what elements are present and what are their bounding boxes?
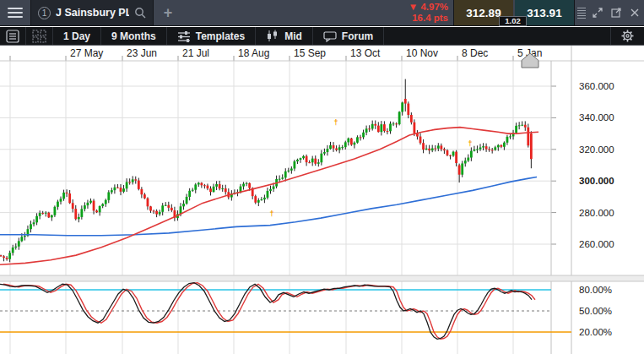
candle-down	[47, 213, 50, 218]
chart-settings-button[interactable]	[610, 27, 644, 45]
candle-down	[153, 210, 155, 211]
candle-down	[225, 188, 227, 192]
panel-splitter[interactable]	[0, 275, 644, 281]
candle-up	[509, 136, 511, 137]
forum-button[interactable]: Forum	[313, 27, 384, 45]
candle-down	[41, 213, 44, 214]
change-points: 16.4 pts	[412, 13, 448, 24]
top-bar: 1 J Sainsbury PLC + ▼ 4.97% 16.4 pts 312…	[0, 0, 644, 26]
candle-down	[167, 205, 170, 208]
candle-up	[479, 147, 482, 149]
candle-down	[414, 123, 416, 133]
candle-up	[506, 137, 509, 143]
close-button[interactable]	[625, 0, 644, 25]
candle-up	[101, 204, 104, 206]
candle-down	[314, 159, 317, 164]
candle-up	[18, 241, 20, 246]
candle-up	[89, 201, 92, 203]
chart-area: 27 May23 Jun21 Jul18 Aug15 Sep13 Oct10 N…	[0, 46, 644, 354]
candle-up	[60, 199, 62, 201]
date-axis-label: 18 Aug	[238, 47, 269, 59]
candle-up	[474, 150, 476, 151]
candle-down	[333, 145, 335, 149]
chart-background	[0, 46, 644, 354]
candle-up	[165, 205, 167, 206]
candle-down	[434, 149, 436, 150]
candle-down	[155, 211, 158, 215]
expand-icon	[592, 7, 603, 19]
candle-up	[281, 177, 284, 178]
date-axis-label: 13 Oct	[350, 47, 381, 59]
candle-up	[296, 160, 299, 161]
layout-grid-button[interactable]	[26, 27, 53, 45]
candle-down	[138, 181, 140, 189]
candle-up	[194, 184, 197, 189]
candle-down	[404, 99, 407, 104]
candle-down	[455, 152, 457, 163]
dividend-marker-icon: †	[468, 139, 472, 148]
chart-style-mid-button[interactable]: Mid	[256, 27, 313, 45]
candle-up	[467, 158, 469, 161]
candle-down	[3, 256, 5, 258]
candle-down	[147, 199, 149, 207]
candle-up	[392, 123, 395, 124]
candle-down	[440, 145, 442, 149]
candle-up	[290, 169, 293, 171]
candle-up	[24, 236, 26, 237]
expand-button[interactable]	[588, 0, 607, 25]
add-tab-button[interactable]: +	[154, 0, 182, 25]
candle-up	[300, 158, 302, 160]
candle-down	[248, 183, 251, 188]
chart-list-button[interactable]	[0, 27, 26, 45]
candle-up	[452, 152, 455, 156]
date-axis-label: 27 May	[70, 47, 103, 59]
toolbar-spacer	[384, 27, 610, 45]
templates-button[interactable]: Templates	[167, 27, 256, 45]
candle-up	[401, 102, 403, 112]
search-icon[interactable]	[134, 7, 146, 19]
candle-up	[347, 139, 349, 143]
chart-toolbar: 1 Day 9 Months Templates Mid	[0, 27, 644, 46]
candle-down	[395, 123, 398, 124]
candle-up	[320, 154, 322, 163]
candle-down	[203, 185, 206, 186]
stochastic-axis-label: 50.00%	[579, 306, 612, 316]
candle-up	[515, 126, 517, 133]
candle-up	[341, 147, 344, 148]
sliders-icon	[177, 30, 191, 42]
candle-down	[6, 258, 8, 259]
candle-up	[159, 212, 161, 215]
candle-down	[116, 188, 119, 188]
candle-up	[80, 209, 83, 217]
main-menu-button[interactable]	[0, 0, 30, 25]
hamburger-icon	[8, 5, 23, 20]
candle-up	[132, 179, 134, 182]
date-axis-label: 21 Jul	[182, 47, 209, 59]
candle-down	[134, 179, 137, 180]
candle-up	[311, 159, 314, 163]
candle-up	[263, 198, 266, 199]
candle-up	[257, 200, 260, 203]
grip-icon[interactable]	[575, 0, 588, 25]
candle-down	[66, 193, 68, 193]
candle-down	[368, 128, 371, 129]
change-percent: ▼ 4.97%	[409, 2, 448, 13]
candle-down	[128, 182, 131, 182]
candle-up	[54, 207, 57, 215]
dividend-marker-icon: †	[269, 210, 273, 218]
candle-down	[207, 186, 209, 189]
candle-up	[12, 248, 14, 253]
price-change: ▼ 4.97% 16.4 pts	[409, 0, 453, 25]
price-chart-canvas[interactable]: 27 May23 Jun21 Jul18 Aug15 Sep13 Oct10 N…	[0, 46, 644, 354]
instrument-tab[interactable]: 1 J Sainsbury PLC	[30, 0, 154, 25]
candle-up	[57, 202, 59, 207]
range-button[interactable]: 9 Months	[101, 27, 167, 45]
candle-down	[143, 194, 146, 198]
candle-up	[284, 172, 287, 177]
candle-up	[338, 147, 341, 150]
date-axis-label: 23 Jun	[127, 47, 157, 59]
candle-down	[377, 126, 380, 133]
period-button[interactable]: 1 Day	[53, 27, 101, 45]
popout-button[interactable]	[607, 0, 625, 25]
stochastic-axis-label: 80.00%	[579, 285, 612, 295]
